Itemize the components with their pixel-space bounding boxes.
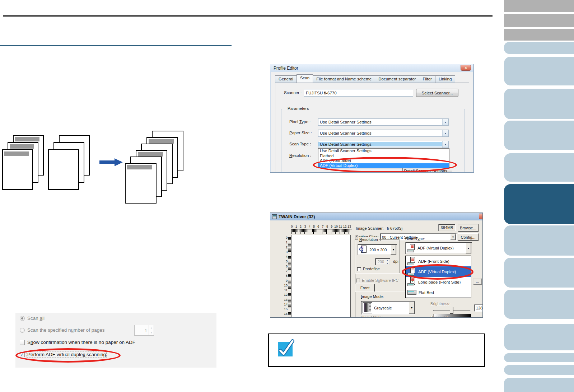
image-scanner-label: Image Scanner:	[356, 226, 384, 230]
predefine-checkbox[interactable]	[357, 267, 361, 271]
scan-type-label: Scan Type:	[405, 237, 425, 241]
spin-up-icon[interactable]: ▲	[385, 258, 390, 262]
profile-editor-titlebar[interactable]: Profile Editor	[270, 64, 473, 72]
ruler-number: 13	[347, 225, 352, 228]
note-box	[268, 333, 485, 367]
highlight-oval	[402, 264, 473, 280]
pixel-type-label: Pixel Type :	[289, 120, 311, 124]
ruler-number: 13	[282, 298, 288, 302]
sidebar-tab[interactable]	[504, 42, 574, 54]
page-header-bar	[15, 137, 39, 141]
ruler-number: 6	[282, 265, 288, 268]
ruler-number: 14	[282, 303, 288, 306]
sidebar-tab[interactable]	[504, 89, 574, 119]
select-scanner-button[interactable]: Select Scanner...	[416, 89, 458, 97]
scan-pages-radio[interactable]	[20, 328, 25, 333]
resolution-combobox[interactable]: 200 x 200 ▼	[358, 244, 397, 255]
page-front-side	[125, 163, 157, 204]
sidebar-tab[interactable]	[504, 29, 574, 41]
chevron-down-icon: ▼	[442, 119, 448, 125]
ruler-number: 17	[282, 317, 288, 318]
sidebar-tab-active[interactable]	[504, 184, 574, 224]
resolution-magnifier-icon	[359, 245, 368, 254]
paper-size-label: Paper Size :	[289, 131, 312, 135]
highlight-oval	[313, 157, 457, 173]
pages-stepper[interactable]: 1 ▲▼	[134, 325, 154, 336]
brightness-slider-thumb[interactable]	[450, 307, 453, 314]
chevron-down-icon: ▼	[391, 245, 396, 255]
horizontal-ruler-ticks	[291, 229, 352, 234]
ruler-number: 11	[282, 288, 288, 292]
spin-down-icon[interactable]: ▼	[149, 330, 154, 335]
tab-file-format[interactable]: File format and Name scheme	[313, 75, 375, 83]
threshold-label: Threshold:	[430, 315, 448, 318]
close-icon: ×	[465, 66, 467, 70]
header-rule	[3, 15, 493, 17]
page-header-bar	[149, 139, 174, 144]
tab-general[interactable]: General	[275, 75, 297, 83]
brightness-value-box[interactable]: 128	[474, 304, 483, 312]
black-white-label: Black/White:	[361, 315, 383, 318]
sidebar-tab[interactable]	[504, 324, 574, 350]
sidebar-tab[interactable]	[504, 57, 574, 85]
paper-size-combobox[interactable]: Use Detail Scanner Settings ▼	[318, 130, 449, 137]
tab-filter[interactable]: Filter	[419, 75, 435, 83]
scan-all-radio[interactable]	[20, 316, 25, 321]
dialog-title: TWAIN Driver (32)	[279, 214, 315, 219]
sidebar-tab[interactable]	[504, 378, 574, 392]
sidebar-tab[interactable]	[504, 290, 574, 319]
pixel-type-combobox[interactable]: Use Detail Scanner Settings ▼	[318, 118, 449, 126]
section-underline	[0, 45, 232, 46]
sidebar-tab[interactable]	[504, 14, 574, 27]
stepper-buttons[interactable]: ▲▼	[385, 258, 390, 265]
enable-ipc-checkbox[interactable]	[356, 279, 360, 283]
merge-arrow	[99, 160, 115, 164]
tab-linking[interactable]: Linking	[435, 75, 455, 83]
show-confirmation-label: Show confirmation when there is no paper…	[27, 340, 135, 345]
twain-titlebar[interactable]: TWAIN Driver (32)	[270, 213, 482, 220]
chevron-down-icon: ▼	[450, 234, 456, 240]
page-header-bar	[127, 165, 152, 169]
dialog-title: Profile Editor	[274, 66, 298, 71]
more-options-button[interactable]: ...	[473, 278, 482, 285]
sidebar-tab[interactable]	[504, 365, 574, 375]
sidebar-tab[interactable]	[504, 153, 574, 182]
sidebar-tab[interactable]	[504, 353, 574, 362]
scan-options-panel: Scan all Scan the specified number of pa…	[15, 313, 216, 368]
dropdown-option[interactable]: Use Detail Scanner Settings	[318, 149, 449, 154]
sidebar-tab[interactable]	[504, 0, 574, 12]
spin-up-icon[interactable]: ▲	[149, 325, 154, 330]
close-button[interactable]: ×	[479, 214, 483, 219]
spin-down-icon[interactable]: ▼	[385, 262, 390, 265]
ruler-number: 0	[282, 236, 288, 239]
close-button[interactable]: ×	[461, 65, 471, 71]
ruler-number: 3	[282, 250, 288, 254]
image-mode-combobox[interactable]: Grayscale ▼	[361, 301, 415, 315]
scanner-field[interactable]: FUJITSU fi-6770	[304, 89, 413, 97]
config-button[interactable]: Config...	[458, 233, 479, 241]
sidebar-tab[interactable]	[504, 258, 574, 288]
sidebar-tab[interactable]	[504, 225, 574, 256]
page-header-bar	[138, 152, 163, 157]
ruler-number: 10	[282, 284, 288, 287]
scanner-app-icon	[272, 214, 277, 219]
dpi-stepper[interactable]: 200 ▲▼	[375, 258, 390, 265]
chevron-down-icon: ▼	[409, 302, 415, 314]
page-header-bar	[10, 144, 34, 149]
dropdown-option[interactable]: Flat Bed	[406, 287, 471, 298]
show-confirmation-checkbox[interactable]	[20, 340, 25, 345]
memory-size-box: 384MB	[438, 224, 456, 231]
check-icon	[275, 336, 295, 358]
manual-page: Profile Editor × General Scan File forma…	[0, 0, 574, 392]
scan-type-combobox[interactable]: Use Detail Scanner Settings ▼	[318, 141, 449, 148]
tab-front[interactable]: Front	[355, 284, 375, 292]
scan-type-combobox[interactable]: ADF (Virtual Duplex) ▼	[405, 242, 472, 254]
stepper-buttons[interactable]: ▲▼	[149, 325, 154, 335]
tab-scan[interactable]: Scan	[297, 74, 313, 83]
tab-document-separator[interactable]: Document separator	[375, 75, 419, 83]
resolution-group-label: Resolution	[358, 237, 379, 242]
browse-button[interactable]: Browse...	[458, 224, 479, 232]
sidebar-tab[interactable]	[504, 121, 574, 150]
ruler-number: 9	[282, 279, 288, 283]
scan-type-label: Scan Type :	[289, 142, 311, 146]
